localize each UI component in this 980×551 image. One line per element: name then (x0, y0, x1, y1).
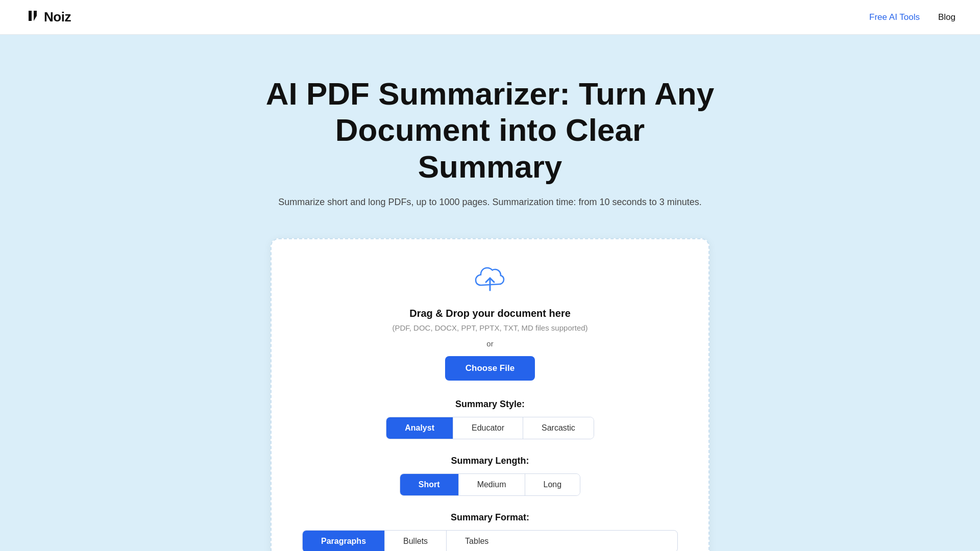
nav: Free AI Tools Blog (869, 12, 955, 22)
summary-format-toggle-group: Paragraphs Bullets Tables (302, 530, 678, 551)
summary-format-label: Summary Format: (302, 512, 678, 523)
logo-icon (24, 8, 41, 27)
nav-free-ai-tools[interactable]: Free AI Tools (869, 12, 920, 22)
drag-drop-subtitle: (PDF, DOC, DOCX, PPT, PPTX, TXT, MD file… (392, 323, 587, 332)
summary-format-section: Summary Format: Paragraphs Bullets Table… (302, 512, 678, 551)
header: Noiz Free AI Tools Blog (0, 0, 980, 35)
summary-style-toggle-group: Analyst Educator Sarcastic (386, 417, 594, 439)
or-text: or (486, 339, 493, 348)
summary-length-label: Summary Length: (451, 456, 529, 466)
nav-blog[interactable]: Blog (938, 12, 955, 22)
summary-format-tables[interactable]: Tables (447, 531, 507, 551)
summary-style-analyst[interactable]: Analyst (386, 417, 453, 439)
upload-card: Drag & Drop your document here (PDF, DOC… (271, 238, 709, 551)
summary-length-medium[interactable]: Medium (459, 474, 525, 495)
logo: Noiz (24, 8, 71, 27)
page-subtitle: Summarize short and long PDFs, up to 100… (278, 197, 701, 208)
choose-file-button[interactable]: Choose File (445, 356, 535, 381)
summary-style-sarcastic[interactable]: Sarcastic (523, 417, 594, 439)
logo-text: Noiz (44, 9, 71, 25)
summary-format-paragraphs[interactable]: Paragraphs (303, 531, 385, 551)
summary-format-bullets[interactable]: Bullets (385, 531, 447, 551)
main-content: AI PDF Summarizer: Turn Any Document int… (0, 35, 980, 551)
summary-length-toggle-group: Short Medium Long (400, 473, 580, 496)
page-title: AI PDF Summarizer: Turn Any Document int… (260, 76, 720, 185)
summary-style-educator[interactable]: Educator (453, 417, 523, 439)
summary-length-short[interactable]: Short (400, 474, 459, 495)
summary-style-label: Summary Style: (455, 399, 525, 410)
summary-length-long[interactable]: Long (525, 474, 580, 495)
upload-icon (475, 265, 505, 297)
drag-drop-title: Drag & Drop your document here (409, 308, 571, 319)
